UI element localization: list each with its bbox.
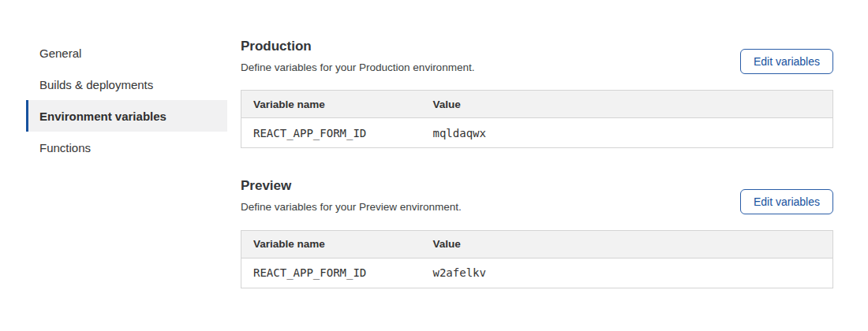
value-column-header: Value [421, 91, 833, 118]
variable-value-cell: w2afelkv [421, 258, 833, 288]
production-section-description: Define variables for your Production env… [241, 61, 474, 75]
preview-variables-table: Variable name Value REACT_APP_FORM_ID w2… [241, 230, 833, 288]
settings-sidebar: General Builds & deployments Environment… [26, 37, 227, 288]
sidebar-item-functions[interactable]: Functions [26, 132, 227, 163]
sidebar-item-label: General [39, 46, 81, 60]
sidebar-item-environment-variables[interactable]: Environment variables [26, 100, 227, 132]
variable-name-column-header: Variable name [241, 230, 421, 258]
table-header-row: Variable name Value [241, 230, 833, 258]
sidebar-item-label: Environment variables [39, 110, 166, 123]
preview-section-description: Define variables for your Preview enviro… [241, 200, 462, 214]
production-edit-variables-button[interactable]: Edit variables [740, 49, 833, 74]
environment-variables-content: Production Define variables for your Pro… [241, 37, 833, 288]
preview-section-header: Preview Define variables for your Previe… [241, 179, 833, 214]
preview-section: Preview Define variables for your Previe… [241, 179, 833, 288]
preview-section-title: Preview [241, 179, 462, 193]
table-header-row: Variable name Value [241, 91, 833, 118]
production-variables-table: Variable name Value REACT_APP_FORM_ID mq… [241, 90, 833, 148]
variable-name-cell: REACT_APP_FORM_ID [241, 258, 421, 288]
variable-value-cell: mqldaqwx [421, 118, 833, 148]
production-section-heading-block: Production Define variables for your Pro… [241, 39, 474, 74]
value-column-header: Value [421, 230, 833, 258]
preview-section-heading-block: Preview Define variables for your Previe… [241, 179, 462, 214]
settings-page: General Builds & deployments Environment… [0, 0, 868, 288]
sidebar-item-builds-deployments[interactable]: Builds & deployments [26, 69, 227, 100]
variable-name-cell: REACT_APP_FORM_ID [241, 118, 421, 148]
table-row: REACT_APP_FORM_ID w2afelkv [241, 258, 833, 288]
sidebar-item-label: Builds & deployments [39, 78, 153, 91]
production-section-header: Production Define variables for your Pro… [241, 39, 833, 74]
sidebar-item-label: Functions [39, 141, 91, 154]
preview-edit-variables-button[interactable]: Edit variables [740, 189, 833, 214]
production-section-title: Production [241, 39, 474, 54]
production-section: Production Define variables for your Pro… [241, 39, 833, 148]
variable-name-column-header: Variable name [241, 91, 421, 118]
sidebar-item-general[interactable]: General [26, 37, 227, 69]
table-row: REACT_APP_FORM_ID mqldaqwx [241, 118, 833, 148]
